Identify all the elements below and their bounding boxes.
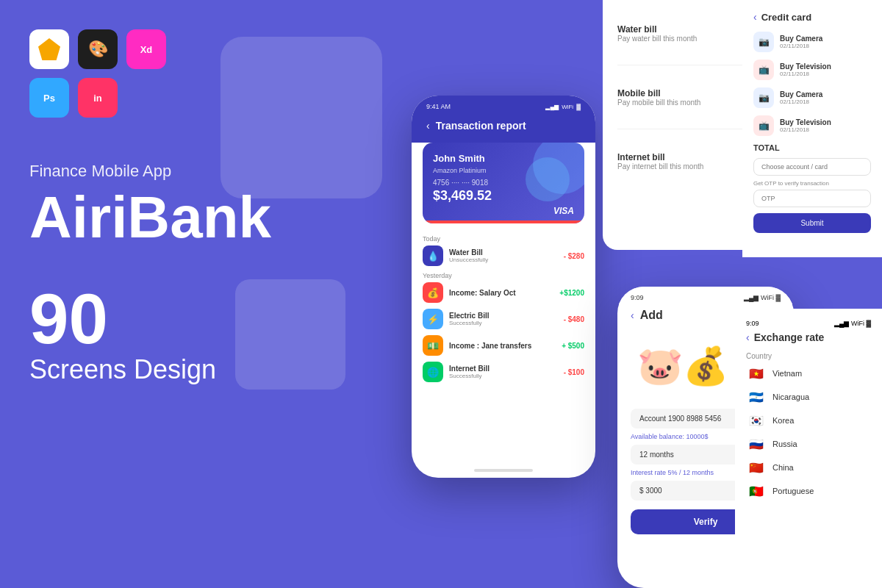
russia-flag: 🇷🇺 [746,437,767,451]
cc-item-tv-1-name: Buy Television [780,62,871,71]
tx-water-status: Unsuccessfully [449,257,558,263]
cc-tv-icon-2: 📺 [753,115,774,136]
sketch-icon [29,29,69,69]
add-panel-title: Add [640,309,663,322]
add-panel-status-bar: 9:09 ▂▄▆ WiFi ▓ [617,287,794,305]
cc-item-tv-2: 📺 Buy Television 02/11/2018 [753,115,871,136]
figma-icon: 🎨 [78,29,118,69]
battery-icon: ▓ [576,104,581,110]
exchange-status-bar: 9:09 ▂▄▆ WiFi ▓ [746,320,871,327]
cc-total-label: TOTAL [753,143,871,152]
cc-panel-title: Credit card [761,12,812,23]
card-type: Amazon Platinium [433,167,574,174]
back-arrow-icon[interactable]: ‹ [426,120,430,132]
visa-logo: VISA [553,206,574,216]
tx-electric-icon: ⚡ [423,309,443,329]
cc-submit-button[interactable]: Submit [753,213,871,233]
vietnam-flag: 🇻🇳 [746,366,767,381]
xd-icon: Xd [126,29,166,69]
tx-jane: 💵 Income : Jane transfers + $500 [423,335,584,356]
add-panel-time: 9:09 [631,294,644,301]
cc-camera-icon-1: 📷 [753,32,774,52]
russia-name: Russia [772,440,797,448]
exchange-russia[interactable]: 🇷🇺 Russia [746,437,871,451]
cc-item-camera-2: 📷 Buy Camera 02/11/2018 [753,87,871,108]
cc-item-tv-1-date: 02/11/2018 [780,71,871,77]
exchange-nicaragua[interactable]: 🇳🇮 Nicaragua [746,390,871,404]
cc-item-camera-1-name: Buy Camera [780,35,871,43]
phone-area: 9:41 AM ▂▄▆ WiFi ▓ ‹ Transaction report … [390,0,617,588]
tx-electric: ⚡ Electric Bill Successfully - $480 [423,309,584,329]
in-label: in [93,93,102,104]
tx-water-amount: - $280 [564,252,584,260]
xd-label: Xd [140,44,153,55]
tx-jane-name: Income : Jane transfers [449,342,556,350]
phone-bottom-bar [474,469,533,472]
cc-back-icon[interactable]: ‹ [753,11,757,23]
sketch-diamond [38,38,60,60]
phone-screen-title: Transaction report [436,120,526,132]
exchange-korea[interactable]: 🇰🇷 Korea [746,413,871,428]
china-name: China [772,463,794,472]
exchange-title: Exchange rate [754,331,825,343]
ps-label: Ps [43,93,55,104]
cc-item-camera-1: 📷 Buy Camera 02/11/2018 [753,32,871,52]
tx-internet-icon: 🌐 [423,362,443,382]
tx-water-info: Water Bill Unsuccessfully [449,248,558,263]
nicaragua-name: Nicaragua [772,392,809,401]
tx-water-bill: 💧 Water Bill Unsuccessfully - $280 [423,245,584,266]
tx-salary: 💰 Income: Salary Oct +$1200 [423,282,584,303]
tx-water-name: Water Bill [449,248,558,257]
tx-salary-info: Income: Salary Oct [449,289,553,297]
tx-internet-info: Internet Bill Successfully [449,365,558,379]
cc-item-camera-1-info: Buy Camera 02/11/2018 [780,35,871,49]
portuguese-name: Portuguese [772,487,814,495]
china-flag: 🇨🇳 [746,460,767,475]
cc-item-tv-1-info: Buy Television 02/11/2018 [780,62,871,77]
deco-rect-2 [235,279,345,390]
signal-icon: ▂▄▆ [545,104,559,110]
main-phone-mockup: 9:41 AM ▂▄▆ WiFi ▓ ‹ Transaction report … [412,96,595,478]
hero-subtitle: Finance Mobile App [29,162,360,181]
phone-status-icons: ▂▄▆ WiFi ▓ [545,104,581,110]
cc-item-tv-1: 📺 Buy Television 02/11/2018 [753,60,871,80]
transactions-section: Today 💧 Water Bill Unsuccessfully - $280… [412,231,595,388]
vietnam-name: Vietnam [772,369,802,378]
tx-internet-name: Internet Bill [449,365,558,373]
wifi-icon: WiFi [562,104,573,110]
tx-electric-status: Successfully [449,320,558,326]
tx-internet: 🌐 Internet Bill Successfully - $100 [423,362,584,382]
tx-salary-amount: +$1200 [559,289,584,297]
cc-panel-header: ‹ Credit card [753,11,871,23]
tx-period-yesterday: Yesterday [423,272,584,279]
card-stripe [423,220,584,223]
cc-tv-icon-1: 📺 [753,60,774,80]
tx-jane-info: Income : Jane transfers [449,342,556,350]
tx-salary-icon: 💰 [423,282,443,303]
cc-otp-label: Get OTP to verify transaction [753,180,871,187]
cc-account-input[interactable] [753,158,871,176]
tx-electric-name: Electric Bill [449,312,558,320]
exchange-vietnam[interactable]: 🇻🇳 Vietnam [746,366,871,381]
exchange-panel: 9:09 ▂▄▆ WiFi ▓ ‹ Exchange rate Country … [735,309,882,588]
add-back-icon[interactable]: ‹ [631,309,634,321]
tx-electric-amount: - $480 [564,315,584,323]
add-panel-status-icons: ▂▄▆ WiFi ▓ [744,294,781,301]
cc-item-camera-2-name: Buy Camera [780,90,871,98]
exchange-portuguese[interactable]: 🇵🇹 Portuguese [746,484,871,498]
exchange-back-icon[interactable]: ‹ [746,331,750,343]
in-icon: in [78,78,118,118]
nicaragua-flag: 🇳🇮 [746,390,767,404]
tx-electric-info: Electric Bill Successfully [449,312,558,326]
exchange-status-icons: ▂▄▆ WiFi ▓ [834,320,871,327]
tx-period-today: Today [423,235,584,243]
card-number: 4756 ···· ···· 9018 [433,179,574,187]
cc-item-camera-1-date: 02/11/2018 [780,43,871,49]
tx-jane-icon: 💵 [423,335,443,356]
phone-time: 9:41 AM [426,103,451,110]
cc-otp-input[interactable] [753,190,871,207]
cc-item-tv-2-info: Buy Television 02/11/2018 [780,118,871,133]
exchange-china[interactable]: 🇨🇳 China [746,460,871,475]
portuguese-flag: 🇵🇹 [746,484,767,498]
ps-icon: Ps [29,78,69,118]
